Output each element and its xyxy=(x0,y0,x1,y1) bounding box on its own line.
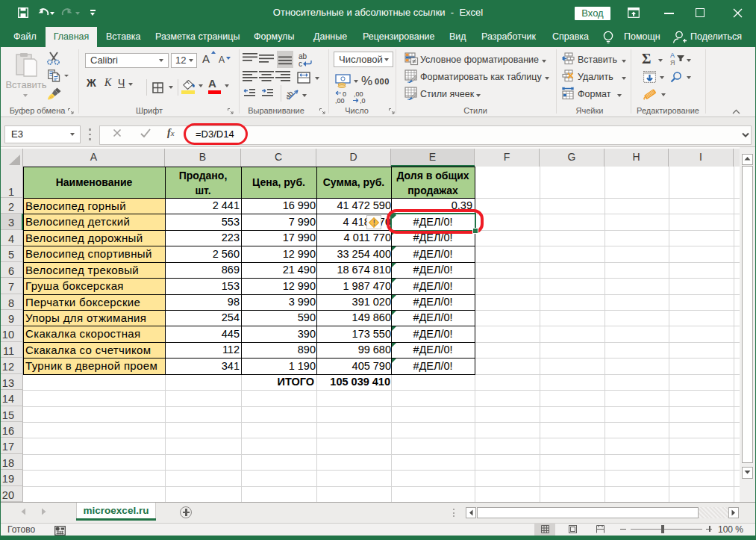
svg-text:,00: ,00 xyxy=(354,90,363,98)
svg-text:Я: Я xyxy=(670,59,675,66)
svg-text:0: 0 xyxy=(343,90,346,98)
svg-text:,00: ,00 xyxy=(335,97,345,104)
svg-text:c: c xyxy=(299,60,302,67)
svg-text:А: А xyxy=(670,52,675,59)
svg-text:,0: ,0 xyxy=(360,97,366,104)
